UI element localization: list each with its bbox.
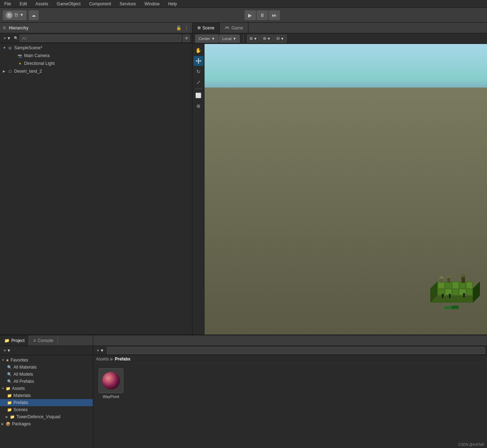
user-account-button[interactable]: 한 한 ▼ xyxy=(3,10,27,20)
tab-project[interactable]: 📁 Project xyxy=(0,335,29,346)
svg-marker-3 xyxy=(198,63,199,64)
gizmo-group: ⊞ ▼ ⊞ ▼ ⊟ ▼ xyxy=(247,35,287,43)
ptree-towerdefence[interactable]: ▶ 📁 TowerDefence_Vsquad xyxy=(0,413,93,420)
svg-marker-42 xyxy=(446,275,452,278)
svg-rect-33 xyxy=(466,282,472,289)
plus-icon: + xyxy=(4,36,6,41)
ptree-all-materials[interactable]: 🔍 All Materials xyxy=(0,364,93,371)
ptree-assets[interactable]: ▼ 📁 Assets xyxy=(0,385,93,392)
scene-tab-label: Scene xyxy=(202,26,214,30)
view-tabs: ⊞ Scene 🎮 Game xyxy=(192,23,487,33)
svg-rect-38 xyxy=(466,289,472,295)
tool-separator xyxy=(195,89,202,89)
svg-marker-2 xyxy=(198,58,199,59)
svg-marker-5 xyxy=(200,60,201,62)
tool-scale[interactable]: ⤢ xyxy=(194,77,203,87)
tool-rect[interactable]: ⬜ xyxy=(194,90,203,100)
svg-rect-6 xyxy=(205,44,487,88)
tree-item-desertland[interactable]: ▶ ⬡ Desert_land_2 ⋮ xyxy=(0,67,192,75)
ptree-all-prefabs[interactable]: 🔍 All Prefabs xyxy=(0,378,93,385)
pause-button[interactable]: ⏸ xyxy=(257,10,268,20)
ptree-materials[interactable]: 📁 Materials xyxy=(0,392,93,399)
breadcrumb-assets[interactable]: Assets xyxy=(96,357,109,362)
menu-services[interactable]: Services xyxy=(118,1,137,7)
menu-window[interactable]: Window xyxy=(143,1,161,7)
main-area: ☰ Hierarchy 🔓 ⋮ + ▼ 🔍 👁 ▼ ⊞ SampleScene*… xyxy=(0,23,487,335)
step-button[interactable]: ⏭ xyxy=(269,10,280,20)
tab-game[interactable]: 🎮 Game xyxy=(220,23,248,33)
svg-rect-50 xyxy=(463,295,465,297)
svg-rect-29 xyxy=(438,282,444,289)
gizmo-arrow: ▼ xyxy=(253,37,257,41)
tree-arrow-desertland: ▶ xyxy=(3,69,7,73)
hierarchy-lock-button[interactable]: 🔓 xyxy=(175,25,182,31)
grid-toggle-button[interactable]: ⊞ ▼ xyxy=(261,35,273,43)
hierarchy-header: ☰ Hierarchy 🔓 ⋮ xyxy=(0,23,192,33)
menu-assets[interactable]: Assets xyxy=(34,1,50,7)
scene-content: ✋ ↻ ⤢ ⬜ ⊕ xyxy=(192,44,487,335)
ptree-all-models[interactable]: 🔍 All Models xyxy=(0,371,93,378)
svg-rect-46 xyxy=(442,296,443,298)
grid-arrow: ▼ xyxy=(267,37,271,41)
ptree-packages[interactable]: ▶ 📦 Packages xyxy=(0,420,93,427)
svg-rect-32 xyxy=(459,282,466,289)
menu-edit[interactable]: Edit xyxy=(18,1,28,7)
tool-hand[interactable]: ✋ xyxy=(194,45,203,55)
tool-move[interactable] xyxy=(194,56,203,66)
watermark: CSDN @InATeR xyxy=(458,443,484,447)
assets-plus-arrow: ▼ xyxy=(100,348,104,353)
menu-gameobject[interactable]: GameObject xyxy=(55,1,82,7)
toolbar-separator-1 xyxy=(243,35,244,42)
search-icon-prefabs: 🔍 xyxy=(7,379,12,384)
tool-rotate[interactable]: ↻ xyxy=(194,67,203,77)
hierarchy-add-button[interactable]: + ▼ xyxy=(2,35,12,41)
gizmo-toggle-button[interactable]: ⊞ ▼ xyxy=(247,35,260,43)
ptree-scenes[interactable]: 📁 Scenes xyxy=(0,406,93,413)
play-button[interactable]: ▶ xyxy=(245,10,256,20)
svg-rect-30 xyxy=(445,282,452,289)
assets-add-button[interactable]: + ▼ xyxy=(95,347,106,354)
tab-console[interactable]: ≡ Console xyxy=(29,335,58,346)
ptree-favorites[interactable]: ▼ ★ Favorites xyxy=(0,357,93,364)
ptree-label-tower: TowerDefence_Vsquad xyxy=(16,414,60,419)
render-mode-icon: ⊟ xyxy=(276,36,280,41)
project-plus-icon: + xyxy=(4,348,6,353)
tree-item-samplescene[interactable]: ▼ ⊞ SampleScene* ⋮ xyxy=(0,44,192,52)
tree-item-maincamera[interactable]: 📷 Main Camera xyxy=(0,52,192,60)
scene-viewport[interactable] xyxy=(205,44,487,335)
svg-rect-36 xyxy=(452,289,459,295)
bottom-panels: 📁 Project ≡ Console + ▼ ▼ ★ Favorites 🔍 xyxy=(0,335,487,448)
game-tab-icon: 🎮 xyxy=(225,26,230,30)
center-button[interactable]: Center ▼ xyxy=(195,35,218,43)
scene-icon: ⊞ xyxy=(7,45,13,51)
menu-bar: File Edit Assets GameObject Component Se… xyxy=(0,0,487,8)
user-avatar: 한 xyxy=(6,12,13,19)
tool-palette: ✋ ↻ ⤢ ⬜ ⊕ xyxy=(192,44,205,335)
local-button[interactable]: Local ▼ xyxy=(219,35,240,43)
ptree-label-allmaterials: All Materials xyxy=(13,365,37,370)
asset-waypoint[interactable]: WayPoint xyxy=(97,367,125,400)
menu-help[interactable]: Help xyxy=(167,1,178,7)
hierarchy-toolbar: + ▼ 🔍 👁 xyxy=(0,33,192,43)
menu-component[interactable]: Component xyxy=(88,1,112,7)
render-arrow: ▼ xyxy=(280,37,284,41)
assets-search-input[interactable] xyxy=(107,347,485,354)
project-add-button[interactable]: + ▼ xyxy=(2,347,12,354)
center-local-group: Center ▼ Local ▼ xyxy=(195,35,240,43)
ptree-prefabs[interactable]: 📁 Prefabs xyxy=(0,399,93,406)
tool-transform[interactable]: ⊕ xyxy=(194,101,203,111)
cloud-services-button[interactable]: ☁ xyxy=(29,10,39,20)
asset-waypoint-label: WayPoint xyxy=(103,394,119,399)
playback-controls: ▶ ⏸ ⏭ xyxy=(245,10,280,20)
hierarchy-more-button[interactable]: ⋮ xyxy=(184,25,189,31)
breadcrumb-prefabs[interactable]: Prefabs xyxy=(115,357,130,362)
render-mode-button[interactable]: ⊟ ▼ xyxy=(274,35,287,43)
tree-item-directionallight[interactable]: ☀ Directional Light xyxy=(0,60,192,67)
tree-arrow-samplescene: ▼ xyxy=(3,46,7,50)
hierarchy-visibility-button[interactable]: 👁 xyxy=(183,35,190,42)
tab-scene[interactable]: ⊞ Scene xyxy=(192,23,220,33)
hierarchy-search-input[interactable] xyxy=(19,35,181,42)
menu-file[interactable]: File xyxy=(3,1,12,7)
center-label: Center xyxy=(198,37,210,41)
star-icon: ★ xyxy=(6,358,9,363)
